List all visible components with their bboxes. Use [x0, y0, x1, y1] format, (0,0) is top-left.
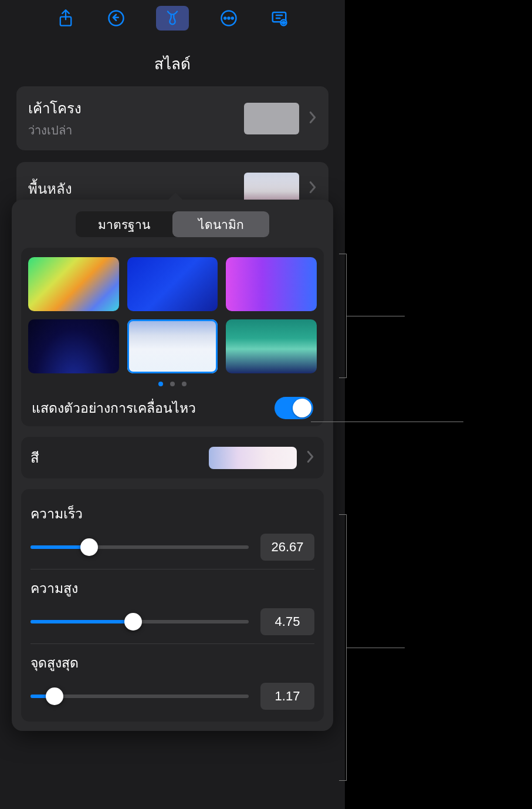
motion-preview-row: แสดงตัวอย่างการเคลื่อนไหว [28, 389, 317, 422]
chevron-right-icon [309, 181, 317, 196]
speed-slider[interactable] [31, 545, 249, 549]
background-swatch[interactable] [127, 319, 218, 373]
color-row[interactable]: สี [21, 437, 324, 478]
svg-point-4 [228, 18, 230, 19]
motion-preview-toggle[interactable] [275, 397, 313, 419]
speed-slider-row: ความเร็ว 26.67 [31, 495, 314, 569]
page-dot[interactable] [182, 382, 187, 386]
panel-title: สไลด์ [0, 36, 345, 86]
toolbar [0, 0, 345, 36]
page-dot[interactable] [158, 382, 163, 386]
color-label: สี [31, 446, 39, 469]
more-icon[interactable] [218, 8, 239, 29]
background-swatch[interactable] [28, 257, 119, 311]
segment-standard[interactable]: มาตรฐาน [76, 211, 172, 237]
background-grid [28, 257, 317, 373]
motion-preview-label: แสดงตัวอย่างการเคลื่อนไหว [32, 397, 196, 419]
background-label: พื้นหลัง [28, 177, 72, 200]
peak-label: จุดสูงสุด [31, 652, 314, 673]
page-dot[interactable] [170, 382, 175, 386]
layout-row[interactable]: เค้าโครง ว่างเปล่า [16, 86, 328, 150]
callout-bracket [346, 514, 347, 781]
peak-slider[interactable] [31, 695, 249, 698]
layout-label: เค้าโครง [28, 97, 82, 120]
callout-bracket [346, 254, 347, 378]
undo-icon[interactable] [106, 8, 127, 29]
speed-label: ความเร็ว [31, 503, 314, 524]
share-icon[interactable] [55, 8, 76, 29]
background-popover: มาตรฐาน ไดนามิก แสดงตัวอย่างการเคลื่อนไห… [12, 200, 333, 731]
page-dots[interactable] [28, 382, 317, 386]
height-slider[interactable] [31, 620, 249, 623]
presenter-icon[interactable] [269, 8, 290, 29]
chevron-right-icon [309, 111, 317, 126]
segment-dynamic[interactable]: ไดนามิก [172, 211, 269, 237]
height-slider-row: ความสูง 4.75 [31, 569, 314, 644]
background-swatch[interactable] [226, 257, 317, 311]
format-brush-icon[interactable] [156, 6, 189, 31]
height-value[interactable]: 4.75 [260, 608, 314, 635]
layout-thumbnail [244, 103, 299, 134]
background-swatch[interactable] [28, 319, 119, 373]
inspector-panel: สไลด์ เค้าโครง ว่างเปล่า พื้นหลัง [0, 0, 345, 809]
color-swatch [209, 447, 297, 469]
svg-point-5 [232, 18, 233, 19]
background-swatch[interactable] [127, 257, 218, 311]
segmented-control[interactable]: มาตรฐาน ไดนามิก [76, 211, 269, 237]
chevron-right-icon [306, 450, 314, 466]
height-label: ความสูง [31, 578, 314, 599]
callout-line [311, 422, 463, 422]
speed-value[interactable]: 26.67 [260, 534, 314, 561]
layout-sublabel: ว่างเปล่า [28, 121, 82, 140]
peak-slider-row: จุดสูงสุด 1.17 [31, 644, 314, 718]
background-swatch[interactable] [226, 319, 317, 373]
background-grid-container: แสดงตัวอย่างการเคลื่อนไหว [21, 248, 324, 426]
sliders-group: ความเร็ว 26.67 ความสูง 4.75 [21, 489, 324, 722]
peak-value[interactable]: 1.17 [260, 683, 314, 710]
svg-point-3 [224, 18, 226, 19]
